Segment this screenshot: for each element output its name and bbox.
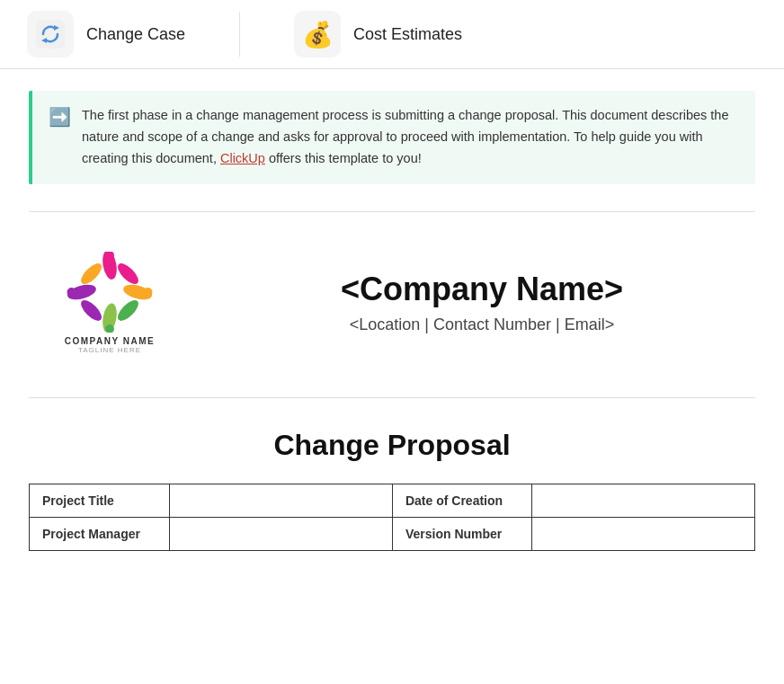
company-logo [65, 252, 155, 333]
svg-point-14 [67, 288, 76, 297]
value-date-of-creation[interactable] [531, 484, 754, 517]
value-project-manager[interactable] [169, 517, 392, 550]
svg-point-8 [114, 297, 141, 324]
svg-point-10 [78, 297, 105, 324]
cost-estimates-label: Cost Estimates [353, 25, 462, 44]
value-version-number[interactable] [531, 517, 754, 550]
info-text-after-link: offers this template to you! [265, 151, 422, 165]
cost-estimates-icon: 💰 [294, 11, 341, 58]
info-arrow-icon: ➡️ [49, 106, 71, 128]
table-row: Project Manager Version Number [30, 517, 755, 550]
info-box: ➡️ The first phase in a change managemen… [29, 91, 755, 184]
divider-1 [29, 211, 755, 212]
proposal-title: Change Proposal [29, 429, 755, 462]
info-text: The first phase in a change management p… [82, 105, 739, 170]
value-project-title[interactable] [169, 484, 392, 517]
change-case-item[interactable]: Change Case [27, 11, 185, 58]
change-case-icon [27, 11, 74, 58]
company-contact-line: <Location | Contact Number | Email> [218, 315, 746, 334]
cost-estimates-item[interactable]: 💰 Cost Estimates [294, 11, 462, 58]
main-content: ➡️ The first phase in a change managemen… [0, 69, 784, 591]
svg-rect-0 [36, 20, 65, 49]
money-bag-emoji: 💰 [302, 20, 334, 49]
company-logo-area: COMPANY NAME TAGLINE HERE [38, 252, 182, 354]
svg-point-9 [114, 260, 141, 287]
company-name-text: COMPANY NAME [65, 336, 155, 346]
label-version-number: Version Number [392, 517, 531, 550]
company-section: COMPANY NAME TAGLINE HERE <Company Name>… [29, 234, 755, 376]
company-tagline-text: TAGLINE HERE [78, 346, 141, 354]
divider-2 [29, 397, 755, 398]
label-project-title: Project Title [30, 484, 170, 517]
toolbar: Change Case 💰 Cost Estimates [0, 0, 784, 69]
svg-point-15 [144, 288, 153, 297]
label-date-of-creation: Date of Creation [392, 484, 531, 517]
svg-point-11 [100, 281, 120, 302]
proposal-table: Project Title Date of Creation Project M… [29, 484, 755, 551]
company-info: <Company Name> <Location | Contact Numbe… [218, 271, 746, 334]
change-case-label: Change Case [86, 25, 185, 44]
company-name-heading: <Company Name> [218, 271, 746, 308]
clickup-link[interactable]: ClickUp [220, 151, 265, 165]
svg-point-7 [78, 260, 105, 287]
toolbar-divider [239, 12, 240, 57]
proposal-section: Change Proposal Project Title Date of Cr… [29, 420, 755, 569]
table-row: Project Title Date of Creation [30, 484, 755, 517]
label-project-manager: Project Manager [30, 517, 170, 550]
